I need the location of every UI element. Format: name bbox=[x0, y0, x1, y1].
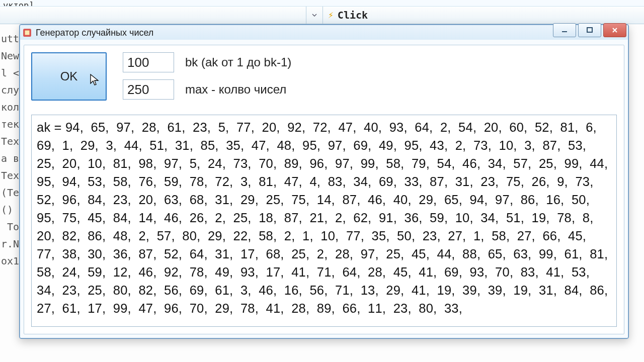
max-label: max - колво чисел bbox=[185, 82, 286, 97]
window-title: Генератор случайных чисел bbox=[36, 28, 153, 38]
app-icon bbox=[23, 28, 32, 37]
svg-rect-3 bbox=[587, 28, 592, 32]
code-editor-fragment: uttNewl <слуколтекTexа вTex(Te() Tor.Nox… bbox=[1, 30, 19, 269]
window-titlebar[interactable]: Генератор случайных чисел bbox=[20, 25, 628, 41]
bk-label: bk (ak от 1 до bk-1) bbox=[185, 55, 291, 69]
cursor-icon bbox=[90, 73, 100, 89]
svg-rect-1 bbox=[25, 31, 30, 35]
toolbar-dropdown[interactable] bbox=[306, 7, 323, 24]
toolbar-event-label: Click bbox=[338, 7, 368, 24]
max-input[interactable] bbox=[123, 79, 174, 100]
ide-top-strip: уктор] ⚡ Click bbox=[0, 0, 644, 24]
maximize-button[interactable] bbox=[578, 23, 601, 37]
ok-button[interactable]: OK bbox=[31, 52, 107, 101]
ok-button-label: OK bbox=[60, 69, 78, 83]
app-window: Генератор случайных чисел OK bbox=[19, 24, 629, 339]
chevron-down-icon bbox=[312, 13, 317, 18]
lightning-icon: ⚡ bbox=[328, 7, 334, 24]
output-textbox[interactable]: ak = 94, 65, 97, 28, 61, 23, 5, 77, 20, … bbox=[31, 115, 617, 327]
svg-rect-2 bbox=[562, 31, 567, 32]
bk-input[interactable] bbox=[123, 52, 174, 72]
toolbar-event-selector[interactable]: ⚡ Click bbox=[322, 7, 374, 24]
window-client-area: OK bk (ak от 1 до bk-1) max - колво чисе… bbox=[24, 45, 624, 334]
close-button[interactable] bbox=[603, 23, 626, 37]
minimize-button[interactable] bbox=[553, 23, 576, 37]
ide-toolbar: ⚡ Click bbox=[0, 6, 644, 24]
